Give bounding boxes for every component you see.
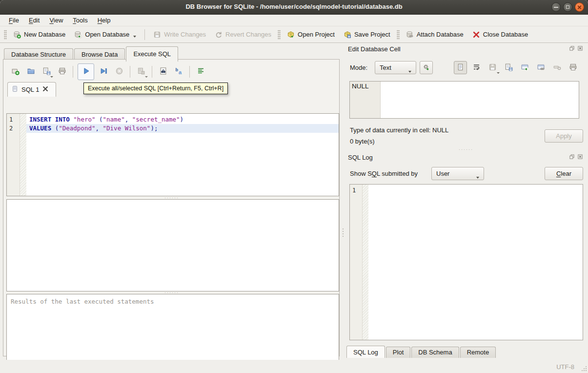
log-filter-select[interactable]: User (431, 167, 484, 180)
save-results-button[interactable] (135, 65, 147, 78)
maximize-button[interactable] (563, 2, 572, 12)
sql-document-tab[interactable]: SQL 1 (7, 82, 56, 97)
code-area[interactable]: INSERT INTO "hero" ("name", "secret_name… (26, 114, 339, 196)
window-controls (551, 2, 584, 12)
chevron-down-icon (497, 72, 500, 74)
open-in-external-button[interactable] (518, 61, 531, 74)
line-number: 2 (7, 124, 20, 133)
chevron-down-icon (476, 177, 479, 179)
write-changes-button[interactable]: Write Changes (149, 29, 210, 41)
format-sql-button[interactable] (194, 65, 207, 78)
print-cell-button[interactable] (567, 61, 580, 74)
floppy-gray-icon (488, 63, 497, 73)
new-sql-tab-button[interactable] (9, 65, 21, 78)
sql-document-tab-label: SQL 1 (21, 86, 39, 93)
gear-icon (422, 63, 430, 73)
word-wrap-button[interactable] (470, 61, 483, 74)
menu-file[interactable]: File (4, 16, 24, 25)
menu-tools-label: ools (76, 17, 88, 24)
tab-db-schema[interactable]: DB Schema (411, 347, 459, 358)
mode-select[interactable]: Text (375, 61, 416, 74)
import-data-button[interactable] (486, 61, 499, 74)
tab-remote[interactable]: Remote (460, 347, 496, 358)
write-changes-label: Write Changes (164, 31, 206, 38)
minimize-button[interactable] (551, 2, 561, 12)
toolbar-handle[interactable] (4, 30, 7, 40)
attach-database-button[interactable]: Attach Database (402, 29, 468, 41)
execute-all-button[interactable] (78, 63, 94, 80)
save-file-icon (505, 63, 513, 73)
menu-view[interactable]: View (44, 16, 68, 25)
line-number: 1 (7, 115, 20, 124)
open-sql-file-button[interactable] (24, 65, 37, 78)
db-attach-icon (406, 31, 414, 39)
execute-current-line-button[interactable] (97, 65, 110, 78)
toolbar-separator (73, 66, 73, 78)
set-null-button[interactable] (550, 61, 564, 74)
menu-file-accel: F (9, 17, 13, 24)
stop-execution-button[interactable] (113, 65, 125, 78)
results-grid[interactable] (6, 199, 339, 291)
chevron-down-icon (133, 36, 136, 38)
replace-icon: ba (175, 67, 183, 77)
menu-edit[interactable]: Edit (24, 16, 44, 25)
sql-document-icon (12, 85, 19, 94)
edit-cell-dock-controls (568, 45, 583, 52)
code-token: ( (51, 124, 59, 132)
cell-value-editor[interactable]: NULL (349, 81, 579, 119)
mode-label: Mode: (350, 64, 367, 71)
revert-changes-label: Revert Changes (225, 31, 271, 38)
copy-link-button[interactable] (534, 61, 547, 74)
menu-edit-label: dit (33, 17, 40, 24)
cell-type-text: Type of data currently in cell: NULL (350, 126, 448, 134)
close-button[interactable] (575, 2, 584, 12)
printer-icon (58, 67, 66, 77)
save-sql-file-button[interactable] (40, 65, 53, 78)
clear-log-button[interactable]: Clear (545, 167, 583, 180)
toolbar-handle[interactable] (278, 30, 281, 40)
sql-code-editor[interactable]: 12 INSERT INTO "hero" ("name", "secret_n… (6, 113, 339, 196)
new-database-label: New Database (24, 31, 65, 38)
print-sql-button[interactable] (56, 65, 68, 78)
apply-button[interactable]: Apply (545, 129, 583, 143)
tab-sql-log[interactable]: SQL Log (346, 346, 385, 358)
text-format-button[interactable] (454, 61, 467, 74)
float-icon (569, 154, 575, 161)
main-toolbar: New DatabaseOpen DatabaseWrite ChangesRe… (0, 26, 588, 43)
close-database-button[interactable]: Close Database (468, 29, 533, 41)
window-title: DB Browser for SQLite - /home/user/code/… (0, 3, 588, 10)
project-open-icon (287, 31, 295, 39)
auto-switch-mode-button[interactable] (420, 61, 433, 74)
revert-changes-button[interactable]: Revert Changes (210, 29, 276, 41)
open-project-button[interactable]: Open Project (283, 29, 339, 41)
toolbar-handle[interactable] (397, 30, 400, 40)
new-database-button[interactable]: New Database (9, 29, 70, 41)
sql-log-float-button[interactable] (568, 154, 575, 160)
dock-tab-bar: SQL LogPlotDB SchemaRemote (346, 346, 497, 358)
tab-execute-sql[interactable]: Execute SQL (126, 46, 178, 62)
export-data-button[interactable] (502, 61, 515, 74)
results-message-pane[interactable]: Results of the last executed statements (6, 294, 339, 370)
menu-view-accel: V (49, 17, 53, 24)
sql-log-close-button[interactable] (577, 154, 583, 160)
cell-editor-toolbar (454, 61, 580, 74)
dock-splitter[interactable] (342, 228, 344, 237)
dock-splitter[interactable]: ······ (459, 148, 473, 151)
find-button[interactable] (157, 65, 169, 78)
menu-tools[interactable]: Tools (68, 16, 92, 25)
project-save-icon (344, 31, 351, 39)
find-replace-button[interactable]: ba (172, 65, 185, 78)
edit-cell-close-button[interactable] (577, 45, 583, 52)
sql-log-view[interactable]: 1 (349, 184, 583, 340)
sql-document-close-icon[interactable] (42, 85, 49, 94)
tab-plot[interactable]: Plot (386, 347, 410, 358)
db-new-icon (13, 31, 21, 39)
edit-cell-float-button[interactable] (568, 45, 575, 52)
menu-edit-accel: E (29, 17, 33, 24)
fold-margin (20, 114, 26, 196)
format-icon (197, 67, 205, 77)
menu-help[interactable]: Help (93, 16, 116, 25)
open-database-button[interactable]: Open Database (70, 29, 141, 41)
save-project-button[interactable]: Save Project (339, 29, 395, 41)
resize-grip[interactable] (581, 366, 587, 371)
